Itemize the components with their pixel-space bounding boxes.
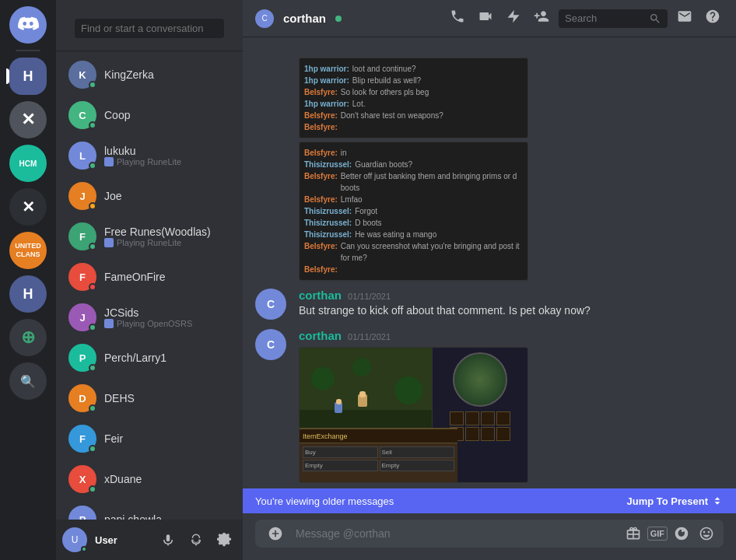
status-dot xyxy=(89,445,96,453)
svg-point-2 xyxy=(311,367,335,390)
status-dot-dnd xyxy=(89,283,96,291)
find-conversation-input[interactable] xyxy=(75,19,224,38)
server-sidebar: H ✕ HCM ✕ UNITEDCLANS H ⊕ 🔍 xyxy=(0,0,56,560)
avatar: P xyxy=(68,506,96,520)
chat-messages: 1hp warrior: loot and continue? 1hp warr… xyxy=(243,37,736,488)
server-icon-hcmu[interactable]: HCM xyxy=(9,145,47,182)
msg-timestamp: 01/11/2021 xyxy=(348,332,391,341)
server-icon-heroic2[interactable]: H xyxy=(9,275,47,313)
chat-header: C corthan xyxy=(243,0,736,37)
dm-name: xDuane xyxy=(104,473,230,485)
dm-item-joe[interactable]: J Joe xyxy=(62,176,237,216)
older-messages-text: You're viewing older messages xyxy=(255,495,394,507)
dm-sub: Playing RuneLite xyxy=(104,157,230,166)
dm-name: papi chewla xyxy=(104,513,230,520)
message-group-screenshot1: 1hp warrior: loot and continue? 1hp warr… xyxy=(243,50,736,284)
deafen-button[interactable] xyxy=(184,527,209,552)
status-dot xyxy=(89,485,96,493)
dm-item-freerunes[interactable]: F Free Runes(Woodlas) Playing RuneLite xyxy=(62,216,237,257)
help-button[interactable] xyxy=(702,5,724,31)
add-friend-button[interactable] xyxy=(531,5,552,31)
status-dot-idle xyxy=(89,202,96,210)
inbox-button[interactable] xyxy=(674,5,696,31)
search-input-header[interactable]: Search xyxy=(559,9,668,28)
dm-name: Joe xyxy=(104,190,230,202)
server-icon-heroic[interactable]: H xyxy=(9,58,47,95)
status-dot xyxy=(89,324,96,331)
msg-avatar: C xyxy=(255,289,286,320)
user-status-dot xyxy=(81,546,87,552)
dm-name: KingZerka xyxy=(104,68,230,81)
rs-bottom-panel: ItemExchange Buy Sell Empty Empty xyxy=(300,428,457,482)
message-group-corthan2: C corthan 01/11/2021 xyxy=(243,326,736,486)
dm-item-feir[interactable]: F Feir xyxy=(62,418,237,459)
emoji-button[interactable] xyxy=(696,523,717,544)
chat-header-status-dot xyxy=(335,16,342,22)
game-icon xyxy=(104,157,114,166)
svg-rect-6 xyxy=(359,391,366,397)
svg-point-3 xyxy=(352,358,371,376)
dm-item-xduane[interactable]: X xDuane xyxy=(62,459,237,499)
channel-header xyxy=(56,0,243,51)
dm-name: Feir xyxy=(104,432,230,445)
username-display: User xyxy=(95,534,117,546)
dm-name: Free Runes(Woodlas) xyxy=(104,226,230,238)
game-icon xyxy=(104,238,114,247)
user-settings-button[interactable] xyxy=(212,527,237,552)
gif-button[interactable]: GIF xyxy=(647,527,668,541)
status-dot xyxy=(89,404,96,412)
msg-avatar: C xyxy=(255,329,286,360)
chat-screenshot-image: 1hp warrior: loot and continue? 1hp warr… xyxy=(299,58,528,138)
channel-sidebar: K KingZerka C Coop L lukuku xyxy=(56,0,243,560)
dm-item-papi[interactable]: P papi chewla xyxy=(62,499,237,520)
video-button[interactable] xyxy=(475,5,496,31)
nitro-button[interactable] xyxy=(503,5,524,31)
msg-author[interactable]: corthan xyxy=(299,329,342,342)
search-label: Search xyxy=(565,12,644,24)
chat-screenshot-image-2: Belsfyre:in Thisizrussel:Guardian boots?… xyxy=(299,142,528,281)
server-icon-united[interactable]: UNITEDCLANS xyxy=(9,232,47,269)
dm-sub: Playing RuneLite xyxy=(104,238,230,247)
dm-item-jcsids[interactable]: J JCSids Playing OpenOSRS xyxy=(62,297,237,338)
sticker-button[interactable] xyxy=(671,523,692,544)
dm-item-fameonfire[interactable]: F FameOnFire xyxy=(62,257,237,297)
msg-text: But strange to kick off about that comme… xyxy=(299,303,724,319)
dm-name: Perch/Larry1 xyxy=(104,352,230,364)
server-icon-dark[interactable]: ✕ xyxy=(9,188,47,226)
server-divider xyxy=(16,50,40,51)
dm-item-perch[interactable]: P Perch/Larry1 xyxy=(62,338,237,378)
dm-item-dehs[interactable]: D DEHS xyxy=(62,378,237,418)
dm-name: JCSids xyxy=(104,306,230,319)
add-attachment-button[interactable] xyxy=(261,520,289,548)
jump-to-present-button[interactable]: Jump To Present xyxy=(626,495,724,507)
discord-home-button[interactable] xyxy=(9,6,47,44)
svg-rect-8 xyxy=(336,399,342,404)
status-dot xyxy=(89,81,96,89)
svg-point-4 xyxy=(394,376,422,404)
dm-name: FameOnFire xyxy=(104,271,230,283)
dm-item-lukuku[interactable]: L lukuku Playing RuneLite xyxy=(62,135,237,176)
older-messages-bar: You're viewing older messages Jump To Pr… xyxy=(243,488,736,513)
gift-button[interactable] xyxy=(622,523,644,544)
dm-name: Coop xyxy=(104,109,230,121)
call-button[interactable] xyxy=(447,5,468,31)
status-dot xyxy=(89,162,96,170)
main-chat: C corthan xyxy=(243,0,736,560)
dm-item-coop[interactable]: C Coop xyxy=(62,95,237,135)
dm-list: K KingZerka C Coop L lukuku xyxy=(56,51,243,520)
game-icon xyxy=(104,319,114,328)
rs-game-screenshot: ItemExchange Buy Sell Empty Empty xyxy=(299,347,528,483)
message-input[interactable] xyxy=(289,520,622,548)
server-icon-x[interactable]: ✕ xyxy=(9,101,47,138)
explore-servers-button[interactable]: ⊕ xyxy=(9,319,47,356)
chat-header-avatar: C xyxy=(255,9,274,28)
dm-item-kingzerka[interactable]: K KingZerka xyxy=(62,54,237,95)
rs-minimap xyxy=(453,352,507,407)
mute-button[interactable] xyxy=(156,527,180,552)
discover-button[interactable]: 🔍 xyxy=(9,362,47,400)
dm-sub: Playing OpenOSRS xyxy=(104,319,230,328)
header-icons: Search xyxy=(447,5,724,31)
msg-timestamp: 01/11/2021 xyxy=(348,292,391,301)
chat-input-bar: GIF xyxy=(255,520,724,548)
msg-author[interactable]: corthan xyxy=(299,289,342,302)
